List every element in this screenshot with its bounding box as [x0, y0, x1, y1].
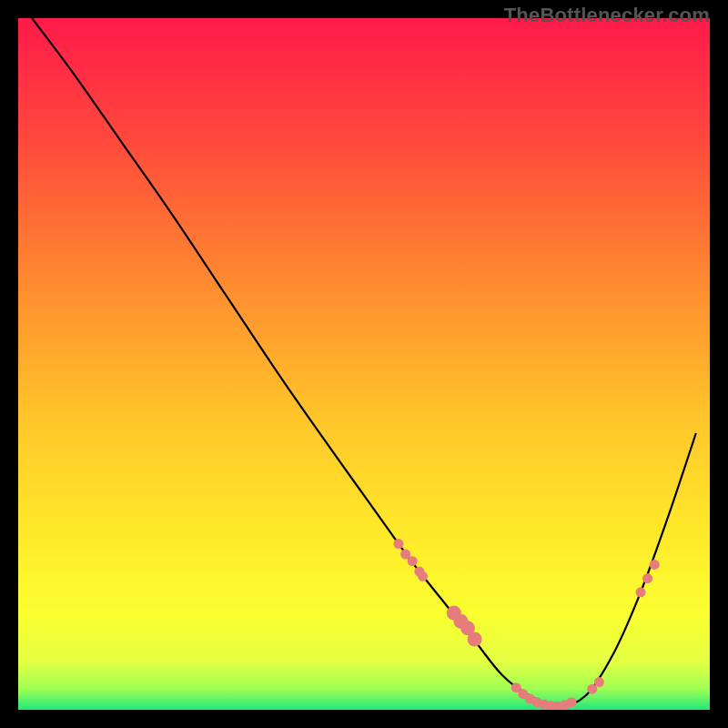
data-marker [408, 556, 418, 566]
plot-area [18, 18, 710, 710]
data-marker [418, 571, 428, 581]
data-marker [642, 573, 652, 583]
chart-container: TheBottlenecker.com [0, 0, 728, 728]
gradient-background [18, 18, 710, 710]
watermark-text: TheBottlenecker.com [504, 4, 710, 27]
data-marker [594, 677, 604, 687]
chart-svg [18, 18, 710, 710]
data-marker [394, 539, 404, 549]
data-marker [650, 560, 660, 570]
data-marker [567, 697, 577, 707]
data-marker [636, 587, 646, 597]
data-marker [468, 632, 482, 646]
